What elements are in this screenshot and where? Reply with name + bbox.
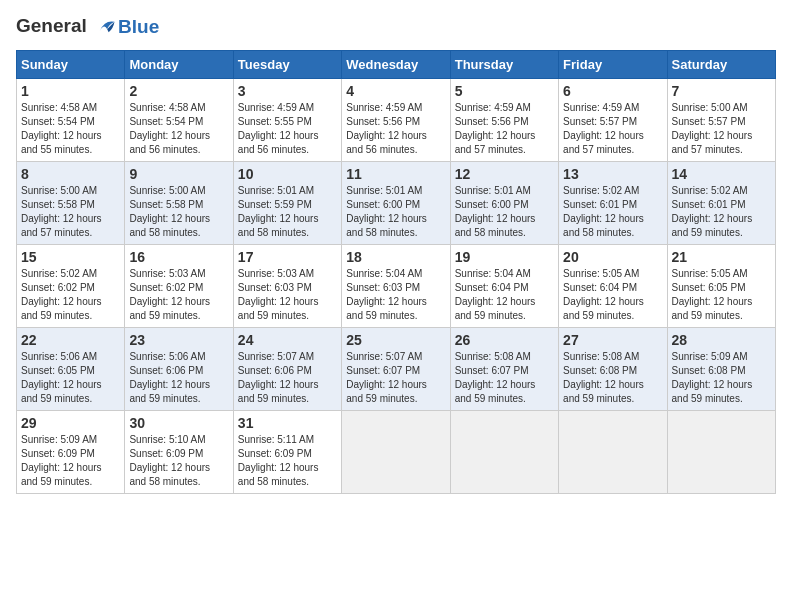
day-cell: 27Sunrise: 5:08 AM Sunset: 6:08 PM Dayli…	[559, 328, 667, 411]
day-cell: 14Sunrise: 5:02 AM Sunset: 6:01 PM Dayli…	[667, 162, 775, 245]
day-cell: 7Sunrise: 5:00 AM Sunset: 5:57 PM Daylig…	[667, 79, 775, 162]
day-info: Sunrise: 5:06 AM Sunset: 6:06 PM Dayligh…	[129, 350, 228, 406]
day-number: 19	[455, 249, 554, 265]
day-number: 30	[129, 415, 228, 431]
day-number: 28	[672, 332, 771, 348]
day-info: Sunrise: 5:00 AM Sunset: 5:57 PM Dayligh…	[672, 101, 771, 157]
day-cell: 29Sunrise: 5:09 AM Sunset: 6:09 PM Dayli…	[17, 411, 125, 494]
day-cell: 8Sunrise: 5:00 AM Sunset: 5:58 PM Daylig…	[17, 162, 125, 245]
day-cell: 28Sunrise: 5:09 AM Sunset: 6:08 PM Dayli…	[667, 328, 775, 411]
day-cell	[342, 411, 450, 494]
day-number: 9	[129, 166, 228, 182]
day-info: Sunrise: 5:05 AM Sunset: 6:04 PM Dayligh…	[563, 267, 662, 323]
col-header-thursday: Thursday	[450, 51, 558, 79]
header-row: SundayMondayTuesdayWednesdayThursdayFrid…	[17, 51, 776, 79]
day-number: 29	[21, 415, 120, 431]
day-info: Sunrise: 5:09 AM Sunset: 6:09 PM Dayligh…	[21, 433, 120, 489]
logo-text-blue: Blue	[118, 16, 159, 38]
day-cell: 20Sunrise: 5:05 AM Sunset: 6:04 PM Dayli…	[559, 245, 667, 328]
day-info: Sunrise: 4:59 AM Sunset: 5:57 PM Dayligh…	[563, 101, 662, 157]
day-info: Sunrise: 4:59 AM Sunset: 5:56 PM Dayligh…	[455, 101, 554, 157]
day-cell: 4Sunrise: 4:59 AM Sunset: 5:56 PM Daylig…	[342, 79, 450, 162]
col-header-tuesday: Tuesday	[233, 51, 341, 79]
calendar-table: SundayMondayTuesdayWednesdayThursdayFrid…	[16, 50, 776, 494]
day-number: 7	[672, 83, 771, 99]
day-info: Sunrise: 5:07 AM Sunset: 6:07 PM Dayligh…	[346, 350, 445, 406]
day-cell	[450, 411, 558, 494]
day-number: 10	[238, 166, 337, 182]
day-cell: 31Sunrise: 5:11 AM Sunset: 6:09 PM Dayli…	[233, 411, 341, 494]
day-number: 22	[21, 332, 120, 348]
day-cell: 30Sunrise: 5:10 AM Sunset: 6:09 PM Dayli…	[125, 411, 233, 494]
day-number: 5	[455, 83, 554, 99]
day-number: 13	[563, 166, 662, 182]
day-info: Sunrise: 5:02 AM Sunset: 6:01 PM Dayligh…	[563, 184, 662, 240]
day-number: 15	[21, 249, 120, 265]
day-cell: 15Sunrise: 5:02 AM Sunset: 6:02 PM Dayli…	[17, 245, 125, 328]
day-number: 23	[129, 332, 228, 348]
day-info: Sunrise: 4:59 AM Sunset: 5:55 PM Dayligh…	[238, 101, 337, 157]
day-number: 31	[238, 415, 337, 431]
day-info: Sunrise: 5:01 AM Sunset: 6:00 PM Dayligh…	[455, 184, 554, 240]
day-cell: 18Sunrise: 5:04 AM Sunset: 6:03 PM Dayli…	[342, 245, 450, 328]
col-header-friday: Friday	[559, 51, 667, 79]
day-number: 27	[563, 332, 662, 348]
day-number: 11	[346, 166, 445, 182]
day-number: 26	[455, 332, 554, 348]
day-number: 14	[672, 166, 771, 182]
day-info: Sunrise: 5:07 AM Sunset: 6:06 PM Dayligh…	[238, 350, 337, 406]
week-row-4: 22Sunrise: 5:06 AM Sunset: 6:05 PM Dayli…	[17, 328, 776, 411]
week-row-1: 1Sunrise: 4:58 AM Sunset: 5:54 PM Daylig…	[17, 79, 776, 162]
day-cell	[667, 411, 775, 494]
day-cell	[559, 411, 667, 494]
day-number: 24	[238, 332, 337, 348]
day-cell: 17Sunrise: 5:03 AM Sunset: 6:03 PM Dayli…	[233, 245, 341, 328]
day-cell: 11Sunrise: 5:01 AM Sunset: 6:00 PM Dayli…	[342, 162, 450, 245]
day-cell: 6Sunrise: 4:59 AM Sunset: 5:57 PM Daylig…	[559, 79, 667, 162]
day-info: Sunrise: 4:58 AM Sunset: 5:54 PM Dayligh…	[129, 101, 228, 157]
day-cell: 10Sunrise: 5:01 AM Sunset: 5:59 PM Dayli…	[233, 162, 341, 245]
day-info: Sunrise: 5:08 AM Sunset: 6:08 PM Dayligh…	[563, 350, 662, 406]
day-info: Sunrise: 5:00 AM Sunset: 5:58 PM Dayligh…	[21, 184, 120, 240]
day-info: Sunrise: 5:03 AM Sunset: 6:03 PM Dayligh…	[238, 267, 337, 323]
day-cell: 3Sunrise: 4:59 AM Sunset: 5:55 PM Daylig…	[233, 79, 341, 162]
day-cell: 26Sunrise: 5:08 AM Sunset: 6:07 PM Dayli…	[450, 328, 558, 411]
week-row-3: 15Sunrise: 5:02 AM Sunset: 6:02 PM Dayli…	[17, 245, 776, 328]
day-info: Sunrise: 5:02 AM Sunset: 6:02 PM Dayligh…	[21, 267, 120, 323]
day-cell: 16Sunrise: 5:03 AM Sunset: 6:02 PM Dayli…	[125, 245, 233, 328]
day-number: 6	[563, 83, 662, 99]
day-cell: 2Sunrise: 4:58 AM Sunset: 5:54 PM Daylig…	[125, 79, 233, 162]
day-number: 21	[672, 249, 771, 265]
day-cell: 25Sunrise: 5:07 AM Sunset: 6:07 PM Dayli…	[342, 328, 450, 411]
col-header-saturday: Saturday	[667, 51, 775, 79]
day-number: 8	[21, 166, 120, 182]
day-number: 12	[455, 166, 554, 182]
week-row-5: 29Sunrise: 5:09 AM Sunset: 6:09 PM Dayli…	[17, 411, 776, 494]
week-row-2: 8Sunrise: 5:00 AM Sunset: 5:58 PM Daylig…	[17, 162, 776, 245]
day-number: 16	[129, 249, 228, 265]
col-header-wednesday: Wednesday	[342, 51, 450, 79]
day-number: 17	[238, 249, 337, 265]
day-cell: 13Sunrise: 5:02 AM Sunset: 6:01 PM Dayli…	[559, 162, 667, 245]
col-header-sunday: Sunday	[17, 51, 125, 79]
day-info: Sunrise: 5:11 AM Sunset: 6:09 PM Dayligh…	[238, 433, 337, 489]
day-cell: 21Sunrise: 5:05 AM Sunset: 6:05 PM Dayli…	[667, 245, 775, 328]
day-number: 4	[346, 83, 445, 99]
day-info: Sunrise: 5:08 AM Sunset: 6:07 PM Dayligh…	[455, 350, 554, 406]
day-cell: 19Sunrise: 5:04 AM Sunset: 6:04 PM Dayli…	[450, 245, 558, 328]
logo-bird-icon	[94, 16, 116, 38]
day-number: 1	[21, 83, 120, 99]
day-number: 18	[346, 249, 445, 265]
page-header: General Blue	[16, 16, 776, 38]
day-number: 3	[238, 83, 337, 99]
day-cell: 9Sunrise: 5:00 AM Sunset: 5:58 PM Daylig…	[125, 162, 233, 245]
logo-text-general: General	[16, 15, 87, 36]
day-info: Sunrise: 5:10 AM Sunset: 6:09 PM Dayligh…	[129, 433, 228, 489]
day-info: Sunrise: 4:58 AM Sunset: 5:54 PM Dayligh…	[21, 101, 120, 157]
logo: General Blue	[16, 16, 159, 38]
day-info: Sunrise: 5:02 AM Sunset: 6:01 PM Dayligh…	[672, 184, 771, 240]
day-number: 20	[563, 249, 662, 265]
day-cell: 1Sunrise: 4:58 AM Sunset: 5:54 PM Daylig…	[17, 79, 125, 162]
day-cell: 22Sunrise: 5:06 AM Sunset: 6:05 PM Dayli…	[17, 328, 125, 411]
day-cell: 5Sunrise: 4:59 AM Sunset: 5:56 PM Daylig…	[450, 79, 558, 162]
